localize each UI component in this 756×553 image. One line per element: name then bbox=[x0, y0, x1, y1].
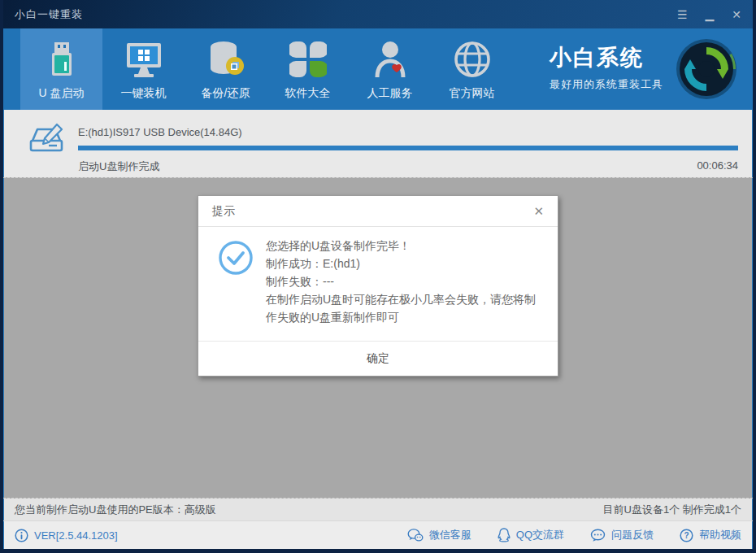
nav-item-support[interactable]: 人工服务 bbox=[349, 28, 431, 110]
nav-item-backup-restore[interactable]: 备份/还原 bbox=[185, 28, 267, 110]
link-feedback[interactable]: 问题反馈 bbox=[590, 528, 654, 542]
footer-bar: VER[2.5.44.1203] 微信客服 bbox=[3, 520, 753, 549]
dialog-line: 您选择的U盘设备制作完毕！ bbox=[266, 237, 537, 255]
disk-write-icon bbox=[24, 123, 65, 177]
help-circle-icon: ? bbox=[680, 529, 693, 542]
refresh-arrows-logo bbox=[675, 37, 738, 101]
dialog-title: 提示 bbox=[212, 204, 235, 219]
dialog-close-icon[interactable]: ✕ bbox=[533, 204, 544, 219]
menu-icon[interactable]: ☰ bbox=[677, 9, 688, 20]
wechat-icon bbox=[407, 529, 424, 542]
device-count-text: 目前U盘设备1个 制作完成1个 bbox=[603, 503, 741, 517]
feedback-bubble-icon bbox=[590, 529, 606, 542]
dialog-line: 制作失败：--- bbox=[266, 272, 537, 290]
info-circle-icon bbox=[15, 529, 28, 542]
pe-version-text: 您当前制作启动U盘使用的PE版本：高级版 bbox=[15, 503, 216, 517]
nav-label: 人工服务 bbox=[367, 86, 413, 101]
window-title: 小白一键重装 bbox=[15, 7, 83, 22]
dialog-body: 您选择的U盘设备制作完毕！ 制作成功：E:(hd1) 制作失败：--- 在制作启… bbox=[198, 227, 558, 341]
link-wechat-support[interactable]: 微信客服 bbox=[407, 528, 471, 542]
progress-bar bbox=[78, 146, 738, 150]
nav-label: 备份/还原 bbox=[202, 86, 250, 101]
elapsed-time: 00:06:34 bbox=[697, 159, 738, 174]
usb-device-label: E:(hd1)IS917 USB Device(14.84G) bbox=[78, 126, 738, 138]
link-label: 微信客服 bbox=[429, 528, 471, 542]
database-backup-icon bbox=[206, 38, 246, 79]
nav-label: 官方网站 bbox=[450, 86, 495, 101]
main-nav: U 盘启动 一键装机 bbox=[3, 28, 753, 110]
version-text: VER[2.5.44.1203] bbox=[34, 529, 118, 542]
nav-label: 软件大全 bbox=[285, 86, 331, 101]
brand-name: 小白系统 bbox=[550, 43, 663, 72]
brand-block: 小白系统 最好用的系统重装工具 bbox=[550, 28, 663, 110]
nav-item-usb-boot[interactable]: U 盘启动 bbox=[20, 28, 102, 110]
nav-item-software-center[interactable]: 软件大全 bbox=[267, 28, 349, 110]
clover-apps-icon bbox=[289, 38, 327, 79]
dialog-line: 制作成功：E:(hd1) bbox=[266, 255, 537, 272]
title-bar: 小白一键重装 ☰ ▁ ✕ bbox=[3, 0, 753, 28]
link-label: 帮助视频 bbox=[699, 528, 741, 542]
nav-label: U 盘启动 bbox=[39, 86, 85, 101]
nav-item-official-site[interactable]: 官方网站 bbox=[431, 28, 513, 110]
monitor-windows-icon bbox=[124, 38, 164, 79]
nav-label: 一键装机 bbox=[121, 86, 167, 101]
link-qq-group[interactable]: QQ交流群 bbox=[497, 528, 564, 542]
link-label: QQ交流群 bbox=[516, 528, 564, 542]
check-circle-icon bbox=[218, 237, 254, 326]
progress-status-text: 启动U盘制作完成 bbox=[78, 159, 159, 174]
link-label: 问题反馈 bbox=[611, 528, 654, 542]
main-content-area: 提示 ✕ 您选择的U盘设备制作完毕！ 制作成功：E:(hd1) 制作失败：---… bbox=[3, 177, 753, 499]
version-block: VER[2.5.44.1203] bbox=[15, 529, 118, 542]
status-bar: 您当前制作启动U盘使用的PE版本：高级版 目前U盘设备1个 制作完成1个 bbox=[3, 499, 753, 520]
result-dialog: 提示 ✕ 您选择的U盘设备制作完毕！ 制作成功：E:(hd1) 制作失败：---… bbox=[198, 195, 558, 377]
dialog-line: 在制作启动U盘时可能存在极小几率会失败，请您将制作失败的U盘重新制作即可 bbox=[266, 290, 537, 326]
svg-text:?: ? bbox=[684, 531, 689, 540]
close-icon[interactable]: ✕ bbox=[732, 9, 741, 20]
ok-button[interactable]: 确定 bbox=[342, 346, 414, 371]
nav-item-one-key-install[interactable]: 一键装机 bbox=[102, 28, 185, 110]
app-window: 小白一键重装 ☰ ▁ ✕ U 盘启动 bbox=[0, 0, 756, 553]
brand-slogan: 最好用的系统重装工具 bbox=[550, 77, 663, 92]
dialog-message: 您选择的U盘设备制作完毕！ 制作成功：E:(hd1) 制作失败：--- 在制作启… bbox=[266, 237, 537, 326]
globe-icon bbox=[453, 38, 492, 79]
usb-drive-icon bbox=[44, 38, 80, 79]
progress-bar-fill bbox=[78, 146, 738, 150]
dialog-header: 提示 ✕ bbox=[198, 196, 558, 227]
minimize-icon[interactable]: ▁ bbox=[705, 9, 714, 20]
dialog-footer: 确定 bbox=[198, 341, 558, 376]
link-help-video[interactable]: ? 帮助视频 bbox=[680, 528, 741, 542]
usb-progress-section: E:(hd1)IS917 USB Device(14.84G) 启动U盘制作完成… bbox=[3, 110, 753, 177]
person-heart-icon bbox=[372, 38, 408, 79]
qq-icon bbox=[497, 528, 511, 542]
